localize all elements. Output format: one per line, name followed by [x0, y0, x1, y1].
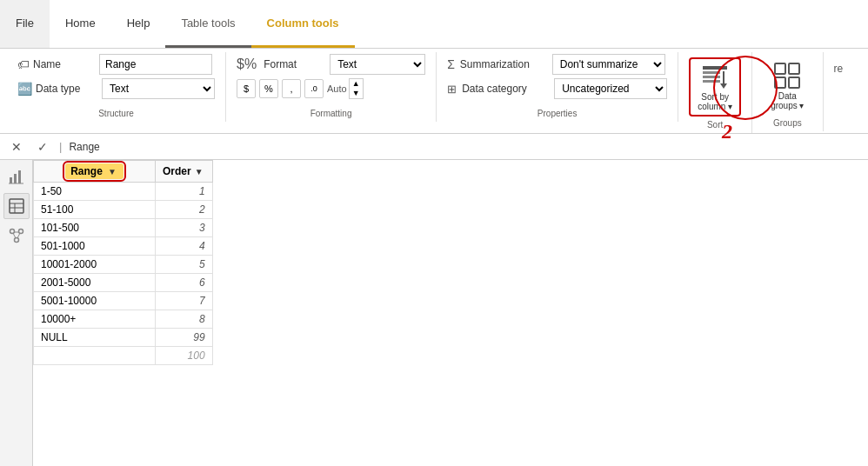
datacategory-select[interactable]: Uncategorized Address City: [554, 78, 667, 99]
chart-icon: [9, 169, 24, 184]
ribbon-group-structure: 🏷 Name 🔤 Data type Text Whole Number Dec…: [7, 52, 226, 122]
cell-range: 51-100: [34, 201, 156, 219]
order-header-dropdown[interactable]: ▼: [193, 167, 205, 176]
summarization-icon: Σ: [447, 57, 455, 71]
currency-button[interactable]: $: [237, 79, 256, 98]
properties-group-label: Properties: [447, 105, 667, 118]
ribbon-group-sort: Sort bycolumn ▾ Sort: [678, 52, 752, 133]
cancel-button[interactable]: ✕: [7, 137, 26, 156]
svg-rect-7: [789, 63, 799, 74]
spinner-down[interactable]: ▼: [350, 89, 363, 98]
datatype-icon: 🔤: [17, 82, 32, 96]
format-label: Format: [264, 58, 324, 70]
table-row-empty: 100: [34, 347, 213, 365]
spinner-up[interactable]: ▲: [350, 79, 363, 89]
range-header-dropdown[interactable]: ▼: [106, 167, 118, 176]
summarization-label: Summarization: [460, 58, 547, 70]
model-icon: [9, 228, 24, 243]
tab-home[interactable]: Home: [50, 0, 111, 48]
title-bar: File Home Help Table tools Column tools: [0, 0, 868, 49]
sort-group-label: Sort: [689, 116, 741, 130]
cell-range: 5001-10000: [34, 292, 156, 310]
table-row: 10000+ 8: [34, 310, 213, 329]
svg-rect-6: [775, 63, 785, 74]
table-row: 10001-2000 5: [34, 256, 213, 274]
table-row: NULL 99: [34, 329, 213, 347]
datatype-label: Data type: [36, 83, 97, 95]
sidebar-model-icon[interactable]: [3, 223, 30, 249]
table-row: 2001-5000 6: [34, 274, 213, 292]
datatype-select[interactable]: Text Whole Number Decimal Number Date: [102, 78, 215, 99]
percent-button[interactable]: %: [259, 79, 278, 98]
svg-rect-3: [703, 80, 720, 83]
column-header-range: Range ▼: [34, 161, 156, 183]
cell-order-empty: 100: [156, 347, 213, 365]
svg-point-20: [14, 238, 18, 243]
format-select[interactable]: Text General Number: [330, 54, 425, 75]
auto-label: Auto: [327, 83, 347, 94]
sidebar: [0, 160, 33, 466]
formatting-group-label: Formatting: [237, 105, 425, 118]
ribbon-group-groups: Datagroups ▾ Groups: [752, 52, 823, 131]
cell-order: 99: [156, 329, 213, 347]
formula-column-name: Range: [69, 141, 99, 153]
cell-range: 501-1000: [34, 237, 156, 256]
structure-group-label: Structure: [17, 105, 215, 118]
cell-range: 101-500: [34, 219, 156, 237]
datacategory-label: Data category: [462, 83, 549, 95]
format-row: $% Format Text General Number: [237, 54, 425, 75]
format-icon: $%: [237, 57, 257, 72]
sidebar-chart-icon[interactable]: [3, 163, 30, 190]
datacategory-row: ⊞ Data category Uncategorized Address Ci…: [447, 78, 667, 99]
data-groups-label: Datagroups ▾: [771, 91, 804, 110]
table-row: 51-100 2: [34, 201, 213, 219]
tab-file[interactable]: File: [0, 0, 50, 48]
sort-by-column-button[interactable]: Sort bycolumn ▾: [689, 57, 741, 116]
summarization-select[interactable]: Don't summarize Sum Average Min Max: [552, 54, 665, 75]
decimal-spinner[interactable]: ▲ ▼: [349, 78, 364, 99]
sidebar-table-icon[interactable]: [3, 193, 30, 219]
svg-rect-8: [775, 77, 785, 88]
table-icon: [9, 198, 24, 214]
svg-rect-10: [10, 177, 12, 183]
data-groups-button[interactable]: Datagroups ▾: [763, 57, 811, 115]
table-row: 101-500 3: [34, 219, 213, 237]
tab-table-tools[interactable]: Table tools: [165, 0, 250, 48]
main-content: Range ▼ Order ▼ 1-50 1: [0, 160, 868, 466]
tab-column-tools[interactable]: Column tools: [251, 0, 355, 48]
column-header-order: Order ▼: [156, 161, 213, 183]
table-row: 5001-10000 7: [34, 292, 213, 310]
cell-order: 4: [156, 237, 213, 256]
name-input[interactable]: [99, 54, 212, 75]
summarization-row: Σ Summarization Don't summarize Sum Aver…: [447, 54, 665, 75]
cell-order: 6: [156, 274, 213, 292]
ribbon-group-properties: Σ Summarization Don't summarize Sum Aver…: [437, 52, 678, 122]
svg-line-22: [13, 233, 16, 238]
name-label: Name: [33, 58, 94, 70]
svg-point-18: [10, 230, 14, 234]
cell-range-empty: [34, 347, 156, 365]
svg-rect-14: [10, 199, 23, 213]
ribbon-wrapper: 🏷 Name 🔤 Data type Text Whole Number Dec…: [0, 49, 868, 134]
sort-by-column-icon: [701, 63, 729, 90]
cell-order: 5: [156, 256, 213, 274]
datacategory-icon: ⊞: [447, 83, 457, 96]
cell-order: 7: [156, 292, 213, 310]
ribbon-group-partial: re: [824, 52, 854, 122]
svg-rect-11: [14, 174, 17, 183]
svg-line-23: [17, 233, 20, 238]
ribbon-group-formatting: $% Format Text General Number $ % , .0 A…: [226, 52, 437, 122]
svg-point-19: [18, 230, 23, 234]
confirm-button[interactable]: ✓: [33, 137, 52, 156]
comma-button[interactable]: ,: [282, 79, 301, 98]
cell-order: 8: [156, 310, 213, 329]
table-row: 501-1000 4: [34, 237, 213, 256]
tab-help[interactable]: Help: [111, 0, 166, 48]
svg-rect-1: [703, 71, 720, 74]
data-table: Range ▼ Order ▼ 1-50 1: [33, 160, 213, 365]
table-body: 1-50 1 51-100 2 101-500 3 501-1000 4 100…: [34, 183, 213, 365]
cell-order: 3: [156, 219, 213, 237]
decimal-dec-button[interactable]: .0: [304, 79, 324, 98]
svg-rect-2: [703, 76, 720, 78]
ribbon: 🏷 Name 🔤 Data type Text Whole Number Dec…: [0, 49, 868, 134]
